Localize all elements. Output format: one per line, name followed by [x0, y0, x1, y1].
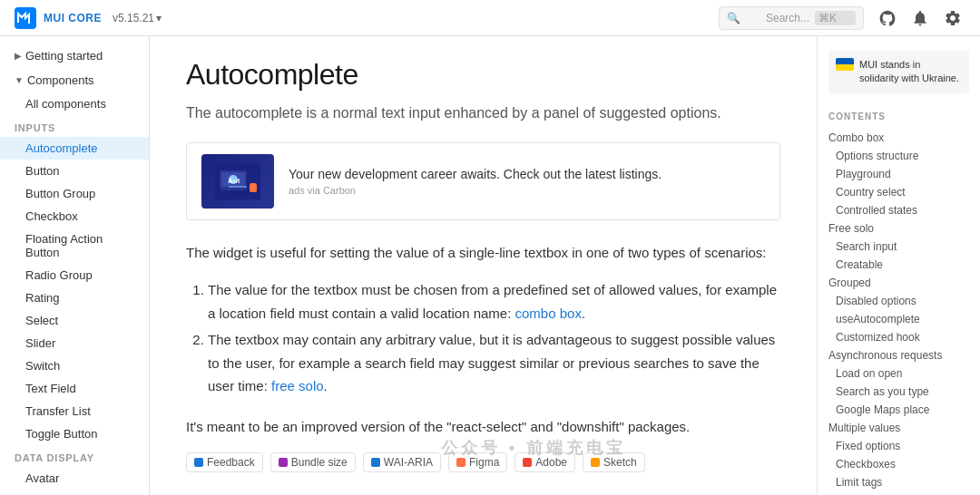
badge-adobe[interactable]: Adobe [514, 452, 575, 472]
github-icon[interactable] [875, 5, 900, 31]
list-item-1: The value for the textbox must be chosen… [208, 278, 780, 325]
content-area: Autocomplete The autocomplete is a norma… [150, 36, 817, 495]
ad-banner[interactable]: Aut Your new development career awaits. … [186, 142, 780, 220]
react-select-text: It's meant to be an improved version of … [186, 416, 780, 438]
badge-figma[interactable]: Figma [448, 452, 507, 472]
toc-item-disabled-options[interactable]: Disabled options [818, 292, 980, 310]
toc-item-sizes[interactable]: Sizes [818, 491, 980, 495]
mui-logo [15, 7, 36, 29]
toc-item-grouped[interactable]: Grouped [818, 274, 980, 292]
toc-item-checkboxes[interactable]: Checkboxes [818, 455, 980, 473]
sidebar-item-fab[interactable]: Floating Action Button [0, 228, 149, 264]
toc-item-google-maps[interactable]: Google Maps place [818, 401, 980, 419]
getting-started-label: Getting started [25, 49, 103, 63]
sidebar-item-slider[interactable]: Slider [0, 332, 149, 354]
settings-icon[interactable] [940, 5, 965, 31]
search-bar[interactable]: 🔍 Search... ⌘K [719, 6, 864, 30]
badge-dot [194, 458, 203, 467]
sidebar-item-all-components[interactable]: All components [0, 92, 149, 115]
badge-dot [371, 458, 380, 467]
toc-item-async-requests[interactable]: Asynchronous requests [818, 346, 980, 364]
badge-wai-aria[interactable]: WAI-ARIA [363, 452, 441, 472]
badge-label: WAI-ARIA [384, 456, 433, 469]
ad-label: ads via Carbon [289, 185, 765, 196]
toc-item-customized-hook[interactable]: Customized hook [818, 328, 980, 346]
toc-item-search-input[interactable]: Search input [818, 238, 980, 256]
version-selector[interactable]: v5.15.21 ▾ [113, 12, 162, 24]
intro-text: The widget is useful for setting the val… [186, 242, 780, 264]
toc-item-playground[interactable]: Playground [818, 165, 980, 183]
badge-sketch[interactable]: Sketch [583, 452, 645, 472]
combo-box-link[interactable]: combo box [515, 306, 582, 321]
toc-item-load-on-open[interactable]: Load on open [818, 364, 980, 383]
sidebar-item-transfer-list[interactable]: Transfer List [0, 400, 149, 422]
toc-item-creatable[interactable]: Creatable [818, 256, 980, 274]
sidebar-item-components[interactable]: ▼ Components [0, 68, 149, 92]
badge-feedback[interactable]: Feedback [186, 452, 263, 472]
list-item-2: The textbox may contain any arbitrary va… [208, 328, 780, 398]
toc-item-fixed-options[interactable]: Fixed options [818, 437, 980, 455]
notifications-icon[interactable] [907, 5, 933, 31]
toc-item-multiple-values[interactable]: Multiple values [818, 419, 980, 437]
toc-item-search-as-you-type[interactable]: Search as you type [818, 383, 980, 401]
badge-label: Bundle size [291, 456, 348, 469]
badge-label: Sketch [603, 456, 637, 469]
search-icon: 🔍 [727, 12, 760, 24]
sidebar-item-autocomplete[interactable]: Autocomplete [0, 137, 149, 160]
svg-text:Aut: Aut [228, 177, 240, 185]
badge-dot [591, 458, 600, 467]
sidebar-item-radio-group[interactable]: Radio Group [0, 264, 149, 286]
arrow-icon: ▼ [15, 75, 24, 85]
toc-item-combo-box[interactable]: Combo box [818, 129, 980, 147]
toc-item-options-structure[interactable]: Options structure [818, 147, 980, 165]
sidebar-item-select[interactable]: Select [0, 309, 149, 332]
sidebar-item-rating[interactable]: Rating [0, 286, 149, 309]
topbar: MUI CORE v5.15.21 ▾ 🔍 Search... ⌘K [0, 0, 980, 36]
sidebar-item-button-group[interactable]: Button Group [0, 182, 149, 205]
free-solo-link[interactable]: free solo [271, 378, 324, 393]
sidebar-item-button[interactable]: Button [0, 160, 149, 182]
badge-label: Adobe [535, 456, 567, 469]
search-kbd: ⌘K [815, 11, 856, 25]
sidebar-item-switch[interactable]: Switch [0, 354, 149, 377]
badge-dot [523, 458, 532, 467]
sidebar-category-inputs: INPUTS [0, 115, 149, 137]
toc-ukraine: MUI stands in solidarity with Ukraine. [828, 51, 969, 93]
badge-label: Figma [469, 456, 499, 469]
topbar-icons [875, 5, 965, 31]
toc-item-controlled-states[interactable]: Controlled states [818, 201, 980, 219]
sidebar-item-checkbox[interactable]: Checkbox [0, 205, 149, 228]
package-badges: Feedback Bundle size WAI-ARIA Figma Adob… [186, 452, 780, 472]
badge-dot [279, 458, 288, 467]
sidebar-item-getting-started[interactable]: ▶ Getting started [0, 44, 149, 68]
toc-item-limit-tags[interactable]: Limit tags [818, 473, 980, 491]
sidebar-category-data-display: DATA DISPLAY [0, 445, 149, 467]
sidebar-item-avatar[interactable]: Avatar [0, 467, 149, 490]
version-label: v5.15.21 [113, 12, 154, 24]
page-subtitle: The autocomplete is a normal text input … [186, 102, 780, 124]
toc-item-free-solo[interactable]: Free solo [818, 219, 980, 238]
content-wrapper: Autocomplete The autocomplete is a norma… [150, 36, 817, 495]
badge-label: Feedback [207, 456, 255, 469]
svg-rect-5 [250, 183, 257, 192]
ad-image: Aut [201, 154, 274, 209]
ukraine-flag [836, 58, 854, 71]
main-layout: ▶ Getting started ▼ Components All compo… [0, 36, 980, 495]
sidebar-item-badge[interactable]: Badge [0, 490, 149, 495]
ad-text: Your new development career awaits. Chec… [289, 167, 765, 181]
badge-dot [456, 458, 466, 467]
page-title: Autocomplete [186, 58, 780, 92]
sidebar-item-toggle-button[interactable]: Toggle Button [0, 422, 149, 445]
brand: MUI CORE [15, 7, 102, 29]
toc-item-use-autocomplete[interactable]: useAutocomplete [818, 310, 980, 328]
toc-title: CONTENTS [818, 108, 980, 129]
toc-item-country-select[interactable]: Country select [818, 183, 980, 201]
brand-title: MUI CORE [44, 12, 102, 24]
badge-bundle-size[interactable]: Bundle size [270, 452, 356, 472]
arrow-icon: ▶ [15, 51, 22, 61]
sidebar: ▶ Getting started ▼ Components All compo… [0, 36, 150, 495]
components-label: Components [27, 73, 94, 87]
sidebar-item-text-field[interactable]: Text Field [0, 377, 149, 400]
version-arrow: ▾ [156, 12, 162, 24]
feature-list: The value for the textbox must be chosen… [186, 278, 780, 398]
